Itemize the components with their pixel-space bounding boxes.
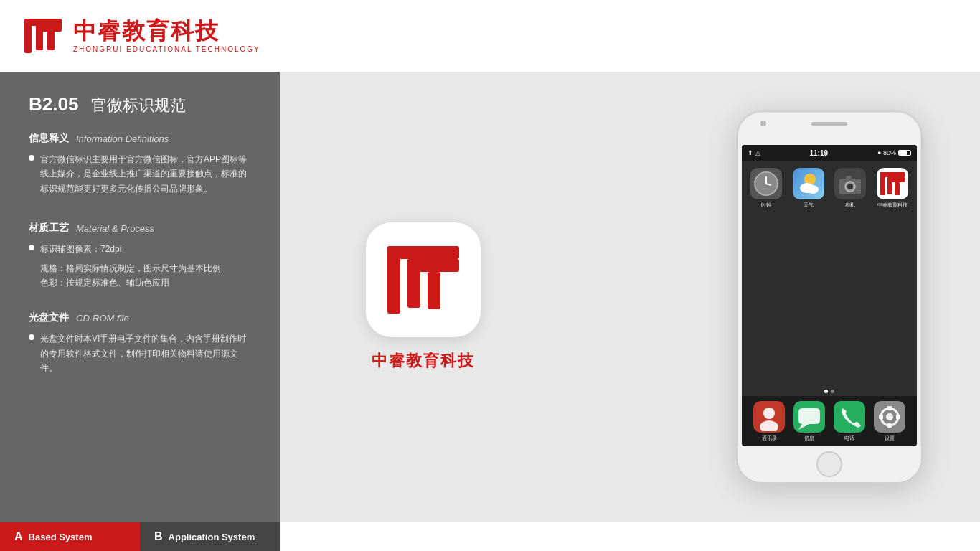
signal-indicator: ⬆ △: [748, 149, 760, 156]
material-section: 材质工艺 Material & Process 标识辅图像素：72dpi 规格：…: [29, 222, 251, 290]
svg-point-26: [760, 420, 778, 431]
phone-icon: [834, 401, 865, 433]
cdrom-bullet: 光盘文件时本VI手册电子文件的集合，内含手册制作时的专用软件格式文件，制作打印相…: [29, 331, 251, 375]
camera-label: 相机: [845, 202, 855, 209]
logo: 中睿教育科技 ZHONGRUI EDUCATIONAL TECHNOLOGY: [22, 14, 260, 57]
battery-bar: [898, 150, 911, 156]
phone-apps-grid: 时钟 天气: [742, 161, 917, 387]
app-showcase: 中睿教育科技: [366, 222, 481, 372]
tab-a-letter: A: [14, 530, 23, 543]
tab-based-system[interactable]: A Based System: [0, 522, 140, 551]
dock-settings: 设置: [874, 401, 905, 442]
dock-contacts: 通讯录: [753, 401, 785, 442]
contacts-label: 通讯录: [762, 435, 777, 442]
svg-rect-23: [887, 177, 905, 182]
svg-point-15: [807, 185, 819, 194]
svg-rect-8: [407, 259, 459, 272]
messages-icon: [793, 401, 825, 433]
bullet-dot: [29, 245, 34, 250]
svg-point-25: [763, 408, 775, 419]
app-icon: [384, 240, 463, 319]
weather-label: 天气: [804, 202, 814, 209]
svg-rect-21: [880, 172, 905, 177]
zhongrui-app-icon: [877, 168, 908, 199]
logo-text: 中睿教育科技 ZHONGRUI EDUCATIONAL TECHNOLOGY: [73, 19, 260, 53]
tab-b-label: Application System: [169, 532, 255, 542]
svg-rect-32: [887, 423, 892, 428]
tab-b-letter: B: [154, 530, 163, 543]
cdrom-section: 光盘文件 CD-ROM file 光盘文件时本VI手册电子文件的集合，内含手册制…: [29, 311, 251, 380]
header: 中睿教育科技 ZHONGRUI EDUCATIONAL TECHNOLOGY: [0, 0, 980, 72]
svg-point-18: [847, 184, 853, 189]
phone-screen: ⬆ △ 11:19 ● 80%: [742, 145, 917, 446]
weather-app-icon: [793, 168, 824, 199]
battery-indicator: ● 80%: [877, 149, 911, 156]
messages-label: 信息: [804, 435, 814, 442]
svg-rect-9: [428, 272, 440, 309]
svg-rect-19: [846, 176, 852, 179]
content-area: 中睿教育科技 ⬆ △ 11:19 ● 80%: [280, 72, 980, 522]
svg-rect-33: [879, 415, 883, 419]
page-dots: [742, 387, 917, 396]
cdrom-title: 光盘文件 CD-ROM file: [29, 311, 251, 324]
logo-english: ZHONGRUI EDUCATIONAL TECHNOLOGY: [73, 45, 260, 53]
section-code: B2.05: [29, 93, 78, 116]
bullet-dot: [29, 155, 34, 161]
phone-mockup: ⬆ △ 11:19 ● 80%: [736, 110, 923, 484]
svg-point-30: [886, 413, 893, 420]
material-title: 材质工艺 Material & Process: [29, 222, 251, 235]
footer: A Based System B Application System: [0, 522, 980, 551]
phone-time: 11:19: [809, 149, 828, 157]
phone-status-bar: ⬆ △ 11:19 ● 80%: [742, 145, 917, 161]
phone-app-clock: 时钟: [749, 168, 784, 209]
phone-bottom: [738, 446, 921, 482]
section-title: B2.05 官微标识规范: [29, 93, 251, 116]
settings-icon: [874, 401, 905, 433]
zhongrui-label: 中睿教育科技: [877, 202, 908, 209]
logo-chinese: 中睿教育科技: [73, 19, 260, 44]
phone-label: 电话: [844, 435, 854, 442]
phone-outer: ⬆ △ 11:19 ● 80%: [736, 110, 923, 484]
tab-application-system[interactable]: B Application System: [140, 522, 280, 551]
contacts-icon: [753, 401, 785, 433]
phone-dock: 通讯录 信息: [742, 396, 917, 446]
svg-rect-6: [387, 246, 459, 259]
info-bullet: 官方微信标识主要用于官方微信图标，官方APP图标等线上媒介，是企业线上推广渠道的…: [29, 152, 251, 196]
svg-rect-4: [47, 30, 55, 50]
brand-logo-icon: [22, 14, 65, 57]
svg-marker-28: [798, 424, 809, 430]
tab-a-label: Based System: [29, 532, 93, 542]
camera-app-icon: [834, 168, 866, 199]
dock-phone: 电话: [834, 401, 865, 442]
phone-speaker: [811, 122, 847, 126]
svg-rect-27: [798, 408, 820, 424]
svg-rect-34: [896, 415, 900, 419]
settings-label: 设置: [885, 435, 895, 442]
phone-camera: [760, 121, 766, 126]
section-name: 官微标识规范: [91, 95, 186, 116]
phone-app-weather: 天气: [791, 168, 826, 209]
svg-rect-24: [895, 182, 900, 195]
svg-rect-31: [887, 406, 892, 410]
app-name: 中睿教育科技: [372, 350, 475, 372]
sidebar: B2.05 官微标识规范 信息释义 Information Definition…: [0, 72, 280, 522]
info-section: 信息释义 Information Definitions 官方微信标识主要用于官…: [29, 132, 251, 200]
material-item3: 色彩：按规定标准色、辅助色应用: [40, 276, 251, 290]
main-content: B2.05 官微标识规范 信息释义 Information Definition…: [0, 72, 980, 522]
page-dot-1: [824, 390, 828, 393]
phone-app-camera: 相机: [833, 168, 868, 209]
material-item2: 规格：格局实际情况制定，图示尺寸为基本比例: [40, 261, 251, 276]
clock-label: 时钟: [761, 202, 771, 209]
material-bullet: 标识辅图像素：72dpi: [29, 242, 251, 256]
info-title: 信息释义 Information Definitions: [29, 132, 251, 145]
phone-app-zhongrui: 中睿教育科技: [875, 168, 910, 209]
app-icon-container: [366, 222, 481, 337]
clock-app-icon: [750, 168, 782, 199]
signal-bars: ● 80%: [877, 149, 896, 156]
home-button[interactable]: [816, 451, 842, 477]
dock-messages: 信息: [793, 401, 825, 442]
bullet-dot: [29, 334, 34, 340]
page-dot-2: [831, 390, 834, 393]
